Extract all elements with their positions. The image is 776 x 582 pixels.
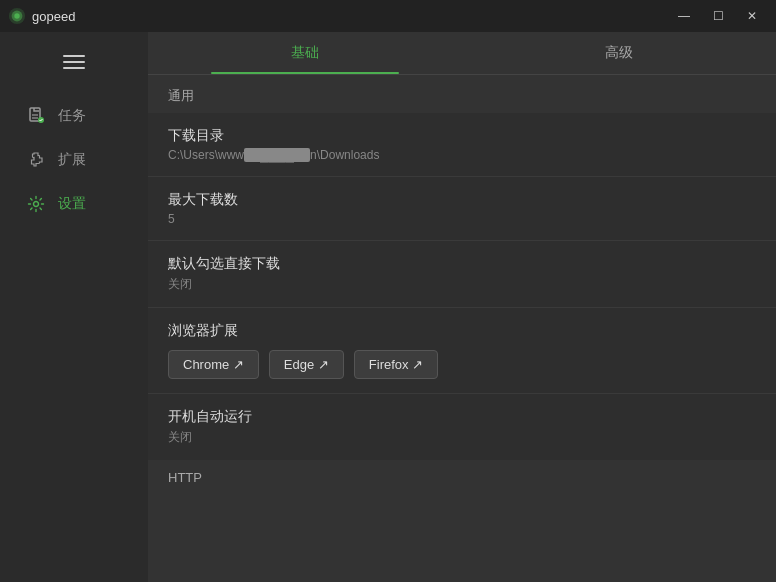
menu-button[interactable] [54,44,94,80]
sidebar-item-extensions[interactable]: 扩展 [12,140,136,180]
app-body: 任务 扩展 设置 [0,32,776,582]
setting-direct-download[interactable]: 默认勾选直接下载 关闭 [148,241,776,308]
setting-title-max-downloads: 最大下载数 [168,191,756,209]
setting-value-max-downloads: 5 [168,212,756,226]
edge-extension-button[interactable]: Edge ↗ [269,350,344,379]
app-title: gopeed [32,9,75,24]
setting-value-direct-download: 关闭 [168,276,756,293]
setting-title-auto-start: 开机自动运行 [168,408,756,426]
firefox-extension-button[interactable]: Firefox ↗ [354,350,438,379]
sidebar-label-tasks: 任务 [58,107,86,125]
section-label-http: HTTP [148,460,776,491]
setting-download-dir[interactable]: 下载目录 C:\Users\www████n\Downloads [148,113,776,177]
file-icon [26,106,46,126]
titlebar: gopeed — ☐ ✕ [0,0,776,32]
maximize-button[interactable]: ☐ [702,5,734,27]
app-logo [8,7,26,25]
sidebar-nav: 任务 扩展 设置 [0,96,148,224]
minimize-button[interactable]: — [668,5,700,27]
titlebar-left: gopeed [8,7,75,25]
svg-point-2 [14,13,19,18]
setting-browser-extensions: 浏览器扩展 Chrome ↗ Edge ↗ Firefox ↗ [148,308,776,394]
setting-title-direct-download: 默认勾选直接下载 [168,255,756,273]
sidebar-label-extensions: 扩展 [58,151,86,169]
puzzle-icon [26,150,46,170]
sidebar-item-settings[interactable]: 设置 [12,184,136,224]
sidebar: 任务 扩展 设置 [0,32,148,582]
sidebar-item-tasks[interactable]: 任务 [12,96,136,136]
section-label-general: 通用 [148,75,776,113]
tab-advanced[interactable]: 高级 [462,32,776,74]
setting-max-downloads[interactable]: 最大下载数 5 [148,177,776,241]
setting-auto-start[interactable]: 开机自动运行 关闭 [148,394,776,460]
gear-icon [26,194,46,214]
settings-scroll: 通用 下载目录 C:\Users\www████n\Downloads 最大下载… [148,75,776,582]
settings-group-general: 下载目录 C:\Users\www████n\Downloads 最大下载数 5… [148,113,776,460]
hamburger-icon [63,55,85,69]
tabs: 基础 高级 [148,32,776,75]
svg-point-7 [34,202,39,207]
sidebar-label-settings: 设置 [58,195,86,213]
setting-title-download-dir: 下载目录 [168,127,756,145]
close-button[interactable]: ✕ [736,5,768,27]
browser-buttons: Chrome ↗ Edge ↗ Firefox ↗ [168,350,756,379]
setting-value-download-dir: C:\Users\www████n\Downloads [168,148,756,162]
tab-basic[interactable]: 基础 [148,32,462,74]
setting-title-browser-extensions: 浏览器扩展 [168,322,756,340]
chrome-extension-button[interactable]: Chrome ↗ [168,350,259,379]
titlebar-controls: — ☐ ✕ [668,5,768,27]
setting-value-auto-start: 关闭 [168,429,756,446]
main-content: 基础 高级 通用 下载目录 C:\Users\www████n\Download… [148,32,776,582]
